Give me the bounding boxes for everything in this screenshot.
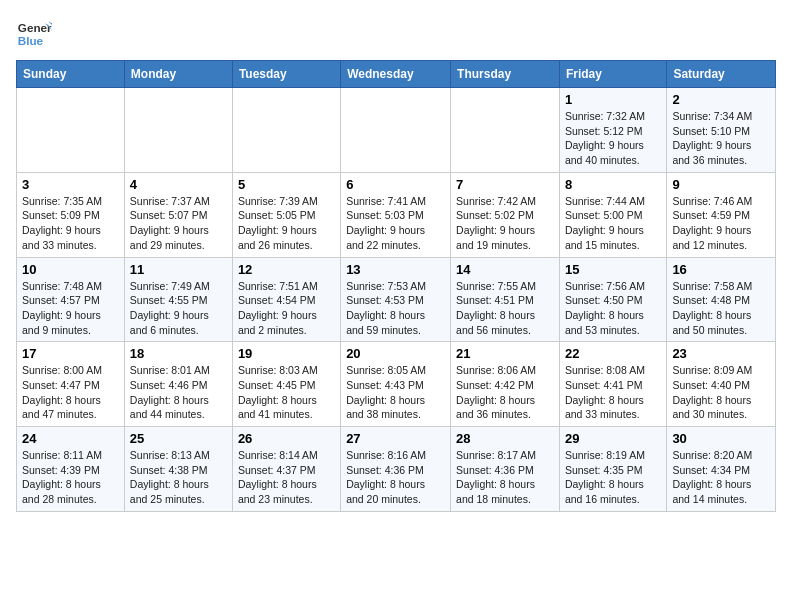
calendar-cell <box>341 88 451 173</box>
day-info: Sunrise: 8:09 AM Sunset: 4:40 PM Dayligh… <box>672 363 770 422</box>
calendar-cell: 12Sunrise: 7:51 AM Sunset: 4:54 PM Dayli… <box>232 257 340 342</box>
day-number: 8 <box>565 177 661 192</box>
day-number: 29 <box>565 431 661 446</box>
calendar-cell: 27Sunrise: 8:16 AM Sunset: 4:36 PM Dayli… <box>341 427 451 512</box>
logo-icon: General Blue <box>16 16 52 52</box>
day-info: Sunrise: 8:20 AM Sunset: 4:34 PM Dayligh… <box>672 448 770 507</box>
calendar-cell: 23Sunrise: 8:09 AM Sunset: 4:40 PM Dayli… <box>667 342 776 427</box>
day-info: Sunrise: 8:17 AM Sunset: 4:36 PM Dayligh… <box>456 448 554 507</box>
day-number: 15 <box>565 262 661 277</box>
day-number: 21 <box>456 346 554 361</box>
svg-text:General: General <box>18 21 52 34</box>
logo: General Blue <box>16 16 52 52</box>
day-number: 1 <box>565 92 661 107</box>
day-info: Sunrise: 8:13 AM Sunset: 4:38 PM Dayligh… <box>130 448 227 507</box>
header: General Blue <box>16 16 776 52</box>
day-info: Sunrise: 7:41 AM Sunset: 5:03 PM Dayligh… <box>346 194 445 253</box>
calendar-cell: 1Sunrise: 7:32 AM Sunset: 5:12 PM Daylig… <box>559 88 666 173</box>
day-number: 23 <box>672 346 770 361</box>
day-number: 17 <box>22 346 119 361</box>
calendar-cell: 21Sunrise: 8:06 AM Sunset: 4:42 PM Dayli… <box>451 342 560 427</box>
day-info: Sunrise: 8:14 AM Sunset: 4:37 PM Dayligh… <box>238 448 335 507</box>
day-info: Sunrise: 7:46 AM Sunset: 4:59 PM Dayligh… <box>672 194 770 253</box>
calendar-cell: 17Sunrise: 8:00 AM Sunset: 4:47 PM Dayli… <box>17 342 125 427</box>
calendar-cell: 6Sunrise: 7:41 AM Sunset: 5:03 PM Daylig… <box>341 172 451 257</box>
day-number: 11 <box>130 262 227 277</box>
weekday-header-cell: Monday <box>124 61 232 88</box>
day-info: Sunrise: 7:44 AM Sunset: 5:00 PM Dayligh… <box>565 194 661 253</box>
day-info: Sunrise: 8:06 AM Sunset: 4:42 PM Dayligh… <box>456 363 554 422</box>
weekday-header-row: SundayMondayTuesdayWednesdayThursdayFrid… <box>17 61 776 88</box>
day-number: 27 <box>346 431 445 446</box>
calendar-cell: 10Sunrise: 7:48 AM Sunset: 4:57 PM Dayli… <box>17 257 125 342</box>
calendar-cell: 13Sunrise: 7:53 AM Sunset: 4:53 PM Dayli… <box>341 257 451 342</box>
calendar-cell: 19Sunrise: 8:03 AM Sunset: 4:45 PM Dayli… <box>232 342 340 427</box>
day-info: Sunrise: 8:19 AM Sunset: 4:35 PM Dayligh… <box>565 448 661 507</box>
day-info: Sunrise: 7:49 AM Sunset: 4:55 PM Dayligh… <box>130 279 227 338</box>
svg-text:Blue: Blue <box>18 34 44 47</box>
day-number: 5 <box>238 177 335 192</box>
day-info: Sunrise: 8:01 AM Sunset: 4:46 PM Dayligh… <box>130 363 227 422</box>
day-info: Sunrise: 7:32 AM Sunset: 5:12 PM Dayligh… <box>565 109 661 168</box>
day-number: 3 <box>22 177 119 192</box>
day-number: 6 <box>346 177 445 192</box>
day-info: Sunrise: 7:56 AM Sunset: 4:50 PM Dayligh… <box>565 279 661 338</box>
day-info: Sunrise: 7:48 AM Sunset: 4:57 PM Dayligh… <box>22 279 119 338</box>
calendar-week-row: 3Sunrise: 7:35 AM Sunset: 5:09 PM Daylig… <box>17 172 776 257</box>
weekday-header-cell: Tuesday <box>232 61 340 88</box>
calendar-cell <box>124 88 232 173</box>
day-number: 14 <box>456 262 554 277</box>
calendar-week-row: 17Sunrise: 8:00 AM Sunset: 4:47 PM Dayli… <box>17 342 776 427</box>
day-number: 22 <box>565 346 661 361</box>
day-info: Sunrise: 8:08 AM Sunset: 4:41 PM Dayligh… <box>565 363 661 422</box>
day-number: 9 <box>672 177 770 192</box>
calendar-cell <box>232 88 340 173</box>
day-number: 16 <box>672 262 770 277</box>
calendar-cell: 16Sunrise: 7:58 AM Sunset: 4:48 PM Dayli… <box>667 257 776 342</box>
day-info: Sunrise: 7:53 AM Sunset: 4:53 PM Dayligh… <box>346 279 445 338</box>
calendar-cell: 24Sunrise: 8:11 AM Sunset: 4:39 PM Dayli… <box>17 427 125 512</box>
calendar-week-row: 10Sunrise: 7:48 AM Sunset: 4:57 PM Dayli… <box>17 257 776 342</box>
day-number: 26 <box>238 431 335 446</box>
weekday-header-cell: Friday <box>559 61 666 88</box>
day-number: 24 <box>22 431 119 446</box>
day-number: 30 <box>672 431 770 446</box>
day-info: Sunrise: 7:51 AM Sunset: 4:54 PM Dayligh… <box>238 279 335 338</box>
weekday-header-cell: Thursday <box>451 61 560 88</box>
day-number: 13 <box>346 262 445 277</box>
calendar-cell: 15Sunrise: 7:56 AM Sunset: 4:50 PM Dayli… <box>559 257 666 342</box>
calendar-cell: 28Sunrise: 8:17 AM Sunset: 4:36 PM Dayli… <box>451 427 560 512</box>
day-info: Sunrise: 8:03 AM Sunset: 4:45 PM Dayligh… <box>238 363 335 422</box>
calendar-cell: 25Sunrise: 8:13 AM Sunset: 4:38 PM Dayli… <box>124 427 232 512</box>
day-number: 25 <box>130 431 227 446</box>
day-info: Sunrise: 7:42 AM Sunset: 5:02 PM Dayligh… <box>456 194 554 253</box>
calendar-cell: 8Sunrise: 7:44 AM Sunset: 5:00 PM Daylig… <box>559 172 666 257</box>
calendar-cell: 29Sunrise: 8:19 AM Sunset: 4:35 PM Dayli… <box>559 427 666 512</box>
weekday-header-cell: Saturday <box>667 61 776 88</box>
day-number: 18 <box>130 346 227 361</box>
day-info: Sunrise: 7:37 AM Sunset: 5:07 PM Dayligh… <box>130 194 227 253</box>
day-number: 7 <box>456 177 554 192</box>
day-number: 10 <box>22 262 119 277</box>
weekday-header-cell: Wednesday <box>341 61 451 88</box>
day-number: 20 <box>346 346 445 361</box>
day-info: Sunrise: 8:05 AM Sunset: 4:43 PM Dayligh… <box>346 363 445 422</box>
calendar-cell: 20Sunrise: 8:05 AM Sunset: 4:43 PM Dayli… <box>341 342 451 427</box>
day-info: Sunrise: 8:11 AM Sunset: 4:39 PM Dayligh… <box>22 448 119 507</box>
day-info: Sunrise: 7:58 AM Sunset: 4:48 PM Dayligh… <box>672 279 770 338</box>
day-info: Sunrise: 7:35 AM Sunset: 5:09 PM Dayligh… <box>22 194 119 253</box>
day-info: Sunrise: 7:34 AM Sunset: 5:10 PM Dayligh… <box>672 109 770 168</box>
calendar-cell: 9Sunrise: 7:46 AM Sunset: 4:59 PM Daylig… <box>667 172 776 257</box>
day-info: Sunrise: 8:00 AM Sunset: 4:47 PM Dayligh… <box>22 363 119 422</box>
calendar-cell: 3Sunrise: 7:35 AM Sunset: 5:09 PM Daylig… <box>17 172 125 257</box>
calendar-cell: 14Sunrise: 7:55 AM Sunset: 4:51 PM Dayli… <box>451 257 560 342</box>
calendar-cell: 4Sunrise: 7:37 AM Sunset: 5:07 PM Daylig… <box>124 172 232 257</box>
calendar-cell: 30Sunrise: 8:20 AM Sunset: 4:34 PM Dayli… <box>667 427 776 512</box>
day-number: 12 <box>238 262 335 277</box>
day-info: Sunrise: 8:16 AM Sunset: 4:36 PM Dayligh… <box>346 448 445 507</box>
calendar-table: SundayMondayTuesdayWednesdayThursdayFrid… <box>16 60 776 512</box>
day-number: 19 <box>238 346 335 361</box>
calendar-cell <box>451 88 560 173</box>
calendar-cell: 18Sunrise: 8:01 AM Sunset: 4:46 PM Dayli… <box>124 342 232 427</box>
calendar-cell: 2Sunrise: 7:34 AM Sunset: 5:10 PM Daylig… <box>667 88 776 173</box>
